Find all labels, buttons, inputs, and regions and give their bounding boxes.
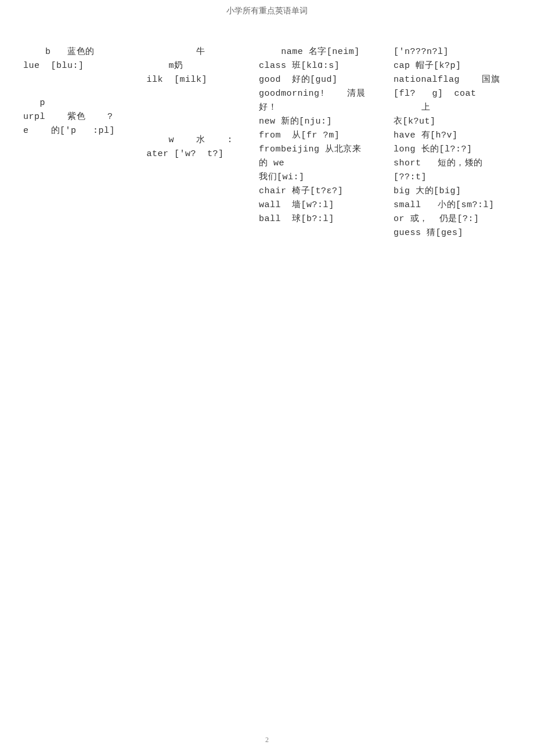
text-line: guess 猜[ges] — [394, 226, 517, 240]
text-line: 衣[k?ut] — [394, 115, 517, 129]
text-line: frombeijing 从北京来 — [259, 143, 382, 157]
text-line: [fl? g] coat — [394, 87, 517, 101]
text-line: ['n???n?l] — [394, 45, 517, 59]
text-line: nationalflag 国旗 — [394, 73, 517, 87]
page-header: 小学所有重点英语单词 — [0, 0, 534, 16]
text-line: wall 墙[w?:l] — [259, 198, 382, 212]
text-line: have 有[h?v] — [394, 129, 517, 143]
text-line: from 从[fr ?m] — [259, 129, 382, 143]
column-2: 牛 m奶 ilk [milk] w 水 : ater ['w? t?] — [135, 45, 247, 240]
text-line: w 水 : — [135, 133, 247, 147]
page-number: 2 — [0, 736, 534, 744]
text-line: short 短的，矮的 — [394, 157, 517, 171]
text-line: [??:t] — [394, 171, 517, 185]
column-1: b 蓝色的 lue [blu:] p urpl 紫色 ? e 的['p :pl] — [23, 45, 124, 240]
text-line: m奶 — [135, 59, 247, 73]
text-line: 好！ — [259, 101, 382, 115]
content-area: b 蓝色的 lue [blu:] p urpl 紫色 ? e 的['p :pl]… — [0, 16, 534, 240]
text-line: good 好的[gud] — [259, 73, 382, 87]
text-line: cap 帽子[k?p] — [394, 59, 517, 73]
text-line: 我们[wi:] — [259, 171, 382, 185]
text-line: long 长的[l?:?] — [394, 143, 517, 157]
text-line: e 的['p :pl] — [23, 124, 124, 138]
text-line: goodmorning! 清晨 — [259, 87, 382, 101]
text-line: lue [blu:] — [23, 59, 124, 73]
text-line: or 或， 仍是[?:] — [394, 212, 517, 226]
column-4: ['n???n?l] cap 帽子[k?p] nationalflag 国旗 [… — [394, 45, 517, 240]
entry-water: w 水 : ater ['w? t?] — [135, 133, 247, 161]
entry-purple: p urpl 紫色 ? e 的['p :pl] — [23, 96, 124, 138]
text-line: 上 — [394, 101, 517, 115]
text-line: ball 球[b?:l] — [259, 212, 382, 226]
text-line: b 蓝色的 — [23, 45, 124, 59]
text-line: new 新的[nju:] — [259, 115, 382, 129]
text-line: big 大的[big] — [394, 185, 517, 198]
text-line: p — [23, 96, 124, 110]
text-line: name 名字[neim] — [259, 45, 382, 59]
text-line: 牛 — [135, 45, 247, 59]
column-3: name 名字[neim] class 班[klɑ:s] good 好的[gud… — [259, 45, 382, 240]
page-title: 小学所有重点英语单词 — [226, 6, 308, 15]
entry-blue: b 蓝色的 lue [blu:] — [23, 45, 124, 73]
entry-milk: 牛 m奶 ilk [milk] — [135, 45, 247, 87]
text-line: small 小的[sm?:l] — [394, 198, 517, 212]
text-line: ilk [milk] — [135, 73, 247, 87]
page-number-value: 2 — [265, 736, 269, 744]
text-line: ater ['w? t?] — [135, 147, 247, 161]
text-line: class 班[klɑ:s] — [259, 59, 382, 73]
text-line: chair 椅子[t?ε?] — [259, 185, 382, 198]
text-line: 的 we — [259, 157, 382, 171]
text-line: urpl 紫色 ? — [23, 110, 124, 124]
